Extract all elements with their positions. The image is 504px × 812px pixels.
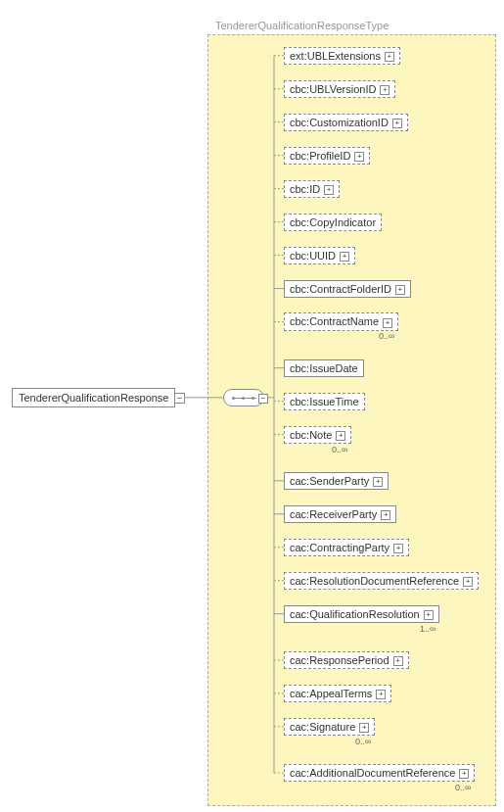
schema-element: cac:AdditionalDocumentReference+	[284, 764, 475, 782]
element-label: cbc:IssueDate	[290, 362, 358, 374]
expand-icon[interactable]: +	[392, 119, 402, 128]
element-label: cbc:CustomizationID	[290, 117, 389, 128]
cardinality-label: 0..∞	[379, 331, 394, 341]
element-label: cac:ContractingParty	[290, 542, 389, 553]
schema-element: cbc:IssueTime	[284, 393, 365, 410]
element-label: cac:ResolutionDocumentReference	[290, 575, 459, 587]
element-label: cbc:UUID	[290, 250, 336, 262]
element-label: cac:QualificationResolution	[290, 608, 420, 620]
expand-icon[interactable]: +	[424, 610, 434, 620]
element-label: cbc:ContractFolderID	[290, 283, 391, 295]
schema-element: cbc:CopyIndicator	[284, 214, 382, 231]
schema-element: cac:QualificationResolution+	[284, 605, 439, 623]
element-label: cac:SenderParty	[290, 475, 369, 487]
cardinality-label: 1..∞	[420, 624, 435, 634]
schema-element: cbc:ProfileID+	[284, 147, 370, 165]
expand-icon[interactable]: +	[393, 544, 403, 553]
expand-icon[interactable]: +	[463, 577, 473, 587]
expand-icon[interactable]: +	[381, 510, 390, 520]
element-label: cac:Signature	[290, 721, 355, 733]
expand-icon[interactable]: +	[459, 769, 469, 779]
expand-icon[interactable]: +	[373, 477, 383, 487]
connector-lines	[0, 0, 504, 812]
schema-element: cac:Signature+	[284, 718, 375, 736]
element-label: cbc:Note	[290, 429, 332, 441]
expand-icon[interactable]: +	[340, 252, 349, 262]
expand-icon[interactable]: +	[380, 85, 389, 95]
schema-element: cbc:ContractFolderID+	[284, 280, 411, 298]
schema-element: cbc:IssueDate	[284, 359, 364, 377]
expand-icon[interactable]: +	[383, 318, 392, 328]
schema-element: cbc:CustomizationID+	[284, 114, 408, 131]
expand-icon[interactable]: +	[393, 656, 403, 666]
expand-icon[interactable]: +	[359, 723, 369, 733]
schema-element: cbc:ID+	[284, 180, 340, 198]
expand-icon[interactable]: +	[385, 52, 394, 62]
element-label: cac:ReceiverParty	[290, 508, 377, 520]
schema-element: cac:SenderParty+	[284, 472, 389, 490]
element-label: cbc:IssueTime	[290, 396, 359, 407]
element-label: cbc:ID	[290, 183, 320, 195]
schema-element: cbc:ContractName+	[284, 312, 398, 330]
element-label: ext:UBLExtensions	[290, 50, 381, 62]
expand-icon[interactable]: +	[395, 285, 405, 295]
element-label: cbc:UBLVersionID	[290, 83, 376, 95]
schema-element: cac:ResolutionDocumentReference+	[284, 572, 479, 590]
schema-element: cbc:UBLVersionID+	[284, 80, 395, 98]
expand-icon[interactable]: +	[376, 690, 386, 699]
schema-element: cbc:UUID+	[284, 247, 355, 264]
schema-element: cac:AppealTerms+	[284, 685, 391, 702]
element-label: cac:AdditionalDocumentReference	[290, 767, 455, 779]
element-label: cbc:ProfileID	[290, 150, 350, 162]
cardinality-label: 0..∞	[355, 737, 371, 746]
expand-icon[interactable]: +	[324, 185, 334, 195]
schema-element: cbc:Note+	[284, 426, 351, 444]
schema-element: cac:ContractingParty+	[284, 539, 409, 556]
element-label: cbc:CopyIndicator	[290, 216, 376, 228]
expand-icon[interactable]: +	[336, 431, 345, 441]
schema-element: cac:ReceiverParty+	[284, 505, 396, 523]
element-label: cac:ResponsePeriod	[290, 654, 389, 666]
schema-element: ext:UBLExtensions+	[284, 47, 400, 65]
element-label: cbc:ContractName	[290, 315, 379, 327]
expand-icon[interactable]: +	[354, 152, 364, 162]
schema-element: cac:ResponsePeriod+	[284, 651, 409, 669]
cardinality-label: 0..∞	[332, 445, 347, 454]
cardinality-label: 0..∞	[455, 783, 471, 792]
element-label: cac:AppealTerms	[290, 688, 372, 699]
